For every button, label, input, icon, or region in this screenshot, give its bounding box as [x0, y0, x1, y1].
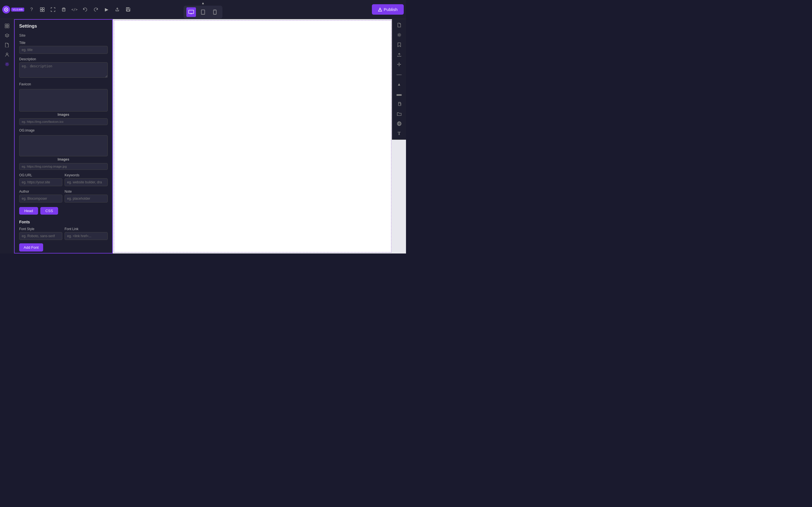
rt-move-btn[interactable]: ✛: [394, 60, 404, 69]
font-style-group: Font Style: [19, 227, 62, 240]
version-badge: V1.0.44b: [11, 8, 24, 11]
fonts-section-title: Fonts: [15, 217, 112, 225]
note-input[interactable]: [64, 194, 108, 203]
logo-area: V1.0.44b: [2, 6, 24, 13]
title-field-group: Title: [15, 39, 112, 55]
svg-rect-12: [40, 10, 42, 11]
og-image-url-input[interactable]: [19, 163, 108, 170]
tablet-device-btn[interactable]: [198, 7, 208, 17]
rt-globe-btn[interactable]: [394, 119, 404, 128]
title-label: Title: [19, 41, 108, 45]
settings-title: Settings: [15, 20, 112, 32]
favicon-dropzone[interactable]: [19, 89, 108, 112]
og-url-label: OG:URL: [19, 173, 62, 177]
favicon-images-label: Images: [15, 112, 112, 118]
favicon-url-row: [15, 118, 112, 127]
note-label: Note: [64, 189, 108, 193]
author-input[interactable]: [19, 194, 62, 203]
svg-rect-2: [189, 10, 194, 13]
og-image-label: OG:image: [19, 128, 108, 132]
code-btn[interactable]: </>: [69, 4, 80, 15]
rt-folder-btn[interactable]: [394, 109, 404, 119]
canvas-area: ✛ — ▲ ▬: [113, 19, 406, 253]
svg-rect-26: [7, 26, 9, 28]
canvas-content[interactable]: [114, 20, 391, 252]
play-btn[interactable]: ▶: [101, 4, 112, 15]
sidebar-settings-icon[interactable]: [3, 60, 11, 68]
author-group: Author: [19, 189, 62, 203]
desktop-device-btn[interactable]: [186, 7, 196, 17]
svg-point-28: [6, 63, 8, 65]
font-style-label: Font Style: [19, 227, 62, 231]
publish-button[interactable]: Publish: [372, 4, 404, 15]
note-group: Note: [64, 189, 108, 203]
rt-minus-btn[interactable]: —: [394, 69, 404, 79]
share-btn[interactable]: [112, 4, 122, 15]
favicon-group: Favicon: [15, 80, 112, 89]
svg-rect-13: [43, 10, 44, 11]
og-url-group: OG:URL: [19, 173, 62, 186]
author-label: Author: [19, 189, 62, 193]
site-section-label: Site: [15, 32, 112, 39]
font-link-label: Font Link: [64, 227, 108, 231]
device-selector: [184, 6, 222, 18]
author-note-row: Author Note: [15, 188, 112, 204]
help-btn[interactable]: ?: [27, 4, 37, 15]
favicon-label: Favicon: [19, 82, 108, 86]
rt-bookmark-btn[interactable]: [394, 40, 404, 50]
og-url-input[interactable]: [19, 178, 62, 186]
sidebar-people-icon[interactable]: [3, 51, 11, 59]
css-button[interactable]: CSS: [40, 207, 58, 215]
undo-btn[interactable]: [80, 4, 90, 15]
rt-copy-btn[interactable]: [394, 99, 404, 109]
description-label: Description: [19, 57, 108, 61]
svg-point-29: [398, 34, 400, 36]
keywords-group: Keywords: [64, 173, 108, 186]
rt-document-btn[interactable]: [394, 20, 404, 30]
svg-point-1: [6, 9, 7, 10]
svg-rect-25: [5, 26, 7, 28]
svg-rect-19: [127, 10, 130, 11]
device-bar: ▲: [184, 1, 222, 18]
og-image-dropzone[interactable]: [19, 135, 108, 156]
og-url-row: [15, 163, 112, 172]
grid-btn[interactable]: [37, 4, 47, 15]
redo-btn[interactable]: [91, 4, 101, 15]
mobile-device-btn[interactable]: [210, 7, 220, 17]
action-buttons: Head CSS: [15, 204, 112, 217]
description-field-group: Description: [15, 55, 112, 80]
main-area: Settings Site Title Description Favicon …: [0, 19, 406, 253]
save-btn[interactable]: [123, 4, 133, 15]
svg-point-8: [214, 13, 215, 14]
og-keywords-row: OG:URL Keywords: [15, 172, 112, 188]
favicon-url-input[interactable]: [19, 118, 108, 125]
rt-text-btn[interactable]: T: [394, 129, 404, 138]
svg-rect-14: [62, 8, 65, 11]
svg-rect-18: [127, 8, 129, 9]
title-input[interactable]: [19, 46, 108, 54]
fonts-row: Font Style Font Link: [15, 225, 112, 242]
settings-panel: Settings Site Title Description Favicon …: [14, 19, 113, 253]
delete-btn[interactable]: [59, 4, 69, 15]
add-font-button[interactable]: Add Font: [19, 243, 43, 251]
head-button[interactable]: Head: [19, 207, 38, 215]
keywords-input[interactable]: [64, 178, 108, 186]
svg-point-22: [380, 10, 380, 11]
sidebar-layers-icon[interactable]: [3, 32, 11, 40]
svg-point-27: [6, 53, 8, 55]
fullscreen-btn[interactable]: [48, 4, 58, 15]
svg-rect-24: [7, 24, 9, 25]
top-toolbar: V1.0.44b ▲: [0, 0, 406, 19]
rt-upload-btn[interactable]: [394, 50, 404, 59]
rt-separator-btn[interactable]: ▬: [394, 89, 404, 99]
font-link-group: Font Link: [64, 227, 108, 240]
sidebar-page-icon[interactable]: [3, 41, 11, 49]
font-link-input[interactable]: [64, 232, 108, 240]
rt-settings-btn[interactable]: [394, 30, 404, 40]
description-textarea[interactable]: [19, 62, 108, 78]
svg-rect-23: [5, 24, 7, 25]
keywords-label: Keywords: [64, 173, 108, 177]
rt-arrow-up-btn[interactable]: ▲: [394, 79, 404, 89]
sidebar-grid-icon[interactable]: [3, 22, 11, 30]
font-style-input[interactable]: [19, 232, 62, 240]
